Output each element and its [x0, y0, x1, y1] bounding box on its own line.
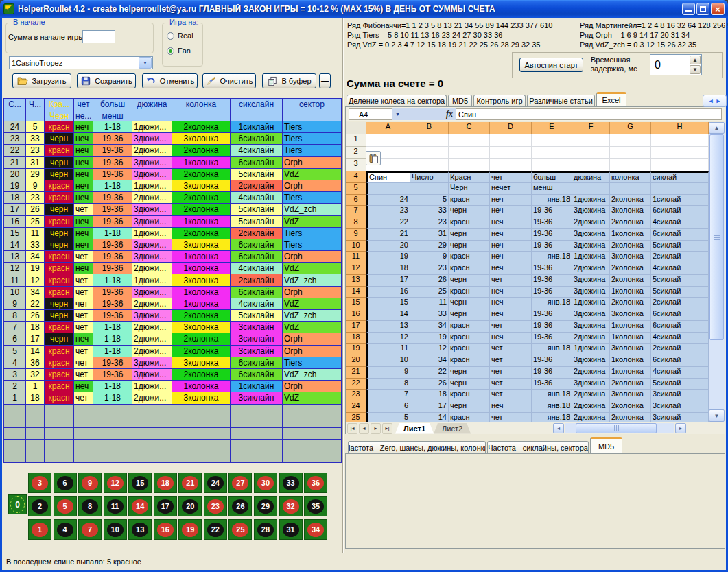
excel-cell-A12[interactable]: 18: [366, 263, 410, 275]
excel-cell-B7[interactable]: 33: [410, 206, 449, 217]
excel-cell-C14[interactable]: красн: [449, 287, 490, 298]
excel-cell-C24[interactable]: черн: [449, 401, 490, 413]
excel-cell-E22[interactable]: 19-36: [532, 379, 572, 390]
excel-cell-B17[interactable]: 34: [410, 321, 449, 333]
roulette-number-11[interactable]: 11: [104, 496, 127, 516]
excel-row-header-16[interactable]: 16: [346, 309, 366, 321]
excel-cell-H3[interactable]: [651, 159, 709, 171]
excel-cell-E20[interactable]: 19-36: [532, 355, 572, 367]
roulette-number-4[interactable]: 4: [54, 519, 77, 540]
roulette-number-26[interactable]: 26: [228, 496, 252, 516]
roulette-number-16[interactable]: 16: [154, 519, 177, 540]
excel-cell-B5[interactable]: [410, 183, 449, 195]
excel-cell-D14[interactable]: неч: [490, 287, 532, 298]
excel-cell-D5[interactable]: нечет: [490, 183, 532, 195]
excel-cell-G25[interactable]: 2колонка: [610, 413, 651, 422]
maximize-button[interactable]: [696, 3, 709, 15]
excel-cell-D6[interactable]: неч: [490, 195, 532, 206]
excel-cell-F23[interactable]: 2дюжина: [572, 390, 610, 401]
excel-cell-C11[interactable]: красн: [449, 252, 490, 263]
roulette-number-24[interactable]: 24: [204, 473, 227, 493]
excel-cell-E13[interactable]: 19-36: [532, 275, 572, 287]
excel-cell-E23[interactable]: янв.18: [532, 390, 572, 401]
main-tab-5[interactable]: Excel: [596, 92, 626, 106]
excel-cell-B20[interactable]: 34: [410, 355, 449, 367]
sheet-tab-Лист2[interactable]: Лист2: [434, 423, 471, 434]
frequency-tab-1[interactable]: Частота - Zero, шансы, дюжины, колонки: [348, 441, 486, 453]
excel-row-header-7[interactable]: 7: [346, 206, 366, 217]
excel-cell-G6[interactable]: 2колонка: [610, 195, 651, 206]
excel-cell-G22[interactable]: 2колонка: [610, 379, 651, 390]
excel-row-header-1[interactable]: 1: [346, 134, 366, 147]
roulette-number-28[interactable]: 28: [254, 519, 277, 540]
roulette-number-18[interactable]: 18: [154, 473, 177, 493]
excel-cell-A24[interactable]: 6: [366, 401, 410, 413]
excel-cell-G23[interactable]: 3колонка: [610, 390, 651, 401]
excel-cell-F21[interactable]: 2дюжина: [572, 367, 610, 379]
excel-cell-C7[interactable]: черн: [449, 206, 490, 217]
h-scroll-track[interactable]: [565, 423, 674, 433]
excel-cell-G16[interactable]: 3колонка: [610, 309, 651, 321]
excel-cell-C21[interactable]: черн: [449, 367, 490, 379]
excel-cell-A25[interactable]: 5: [366, 413, 410, 422]
excel-cell-D11[interactable]: неч: [490, 252, 532, 263]
excel-col-header-E[interactable]: E: [532, 122, 572, 134]
roulette-number-6[interactable]: 6: [54, 473, 77, 493]
excel-row-header-3[interactable]: 3: [346, 159, 366, 171]
excel-cell-D15[interactable]: неч: [490, 298, 532, 309]
excel-cell-B13[interactable]: 26: [410, 275, 449, 287]
roulette-number-0[interactable]: 0: [8, 494, 27, 514]
excel-cell-E14[interactable]: 19-36: [532, 287, 572, 298]
excel-cell-F11[interactable]: 1дюжина: [572, 252, 610, 263]
excel-select-all-corner[interactable]: [346, 122, 366, 134]
h-scroll-thumb[interactable]: [576, 423, 657, 433]
roulette-number-32[interactable]: 32: [279, 496, 303, 516]
excel-cell-C8[interactable]: красн: [449, 217, 490, 229]
excel-cell-E4[interactable]: больш: [532, 171, 572, 183]
excel-cell-E5[interactable]: менш: [532, 183, 572, 195]
roulette-number-17[interactable]: 17: [154, 496, 177, 516]
excel-cell-E19[interactable]: янв.18: [532, 344, 572, 355]
casino-select[interactable]: 1CasinoTropez ▼: [9, 56, 153, 69]
excel-cell-E18[interactable]: 19-36: [532, 333, 572, 344]
excel-cell-B6[interactable]: 5: [410, 195, 449, 206]
roulette-number-34[interactable]: 34: [304, 519, 327, 540]
frequency-tab-2[interactable]: Частота - сиклайны, сектора: [487, 441, 589, 453]
excel-cell-F18[interactable]: 2дюжина: [572, 333, 610, 344]
excel-cell-H22[interactable]: 5сиклай: [651, 379, 709, 390]
name-box-dropdown-icon[interactable]: ▼: [395, 112, 400, 117]
toolbar-button-1[interactable]: Загрузить: [12, 73, 71, 88]
excel-cell-G21[interactable]: 1колонка: [610, 367, 651, 379]
excel-cell-A11[interactable]: 19: [366, 252, 410, 263]
excel-cell-B21[interactable]: 22: [410, 367, 449, 379]
excel-cell-B23[interactable]: 18: [410, 390, 449, 401]
excel-cell-B19[interactable]: 12: [410, 344, 449, 355]
minimize-button[interactable]: [682, 3, 695, 15]
h-scroll-right-button[interactable]: ▸: [675, 423, 686, 433]
toolbar-button-3[interactable]: Отменить: [142, 73, 198, 88]
excel-cell-H8[interactable]: 4сиклай: [651, 217, 709, 229]
excel-cell-B12[interactable]: 23: [410, 263, 449, 275]
roulette-number-8[interactable]: 8: [78, 496, 102, 516]
excel-col-header-D[interactable]: D: [490, 122, 532, 134]
excel-cell-G10[interactable]: 2колонка: [610, 241, 651, 252]
excel-row-header-17[interactable]: 17: [346, 321, 366, 333]
toolbar-button-4[interactable]: Очистить: [202, 73, 256, 88]
excel-cell-D4[interactable]: чет: [490, 171, 532, 183]
roulette-number-36[interactable]: 36: [304, 473, 327, 493]
excel-cell-B8[interactable]: 23: [410, 217, 449, 229]
excel-cell-G3[interactable]: [610, 159, 651, 171]
excel-cell-F14[interactable]: 3дюжина: [572, 287, 610, 298]
excel-cell-B2[interactable]: [410, 147, 449, 159]
excel-cell-H25[interactable]: 3сиклай: [651, 413, 709, 422]
excel-row-header-20[interactable]: 20: [346, 355, 366, 367]
excel-cell-E9[interactable]: 19-36: [532, 229, 572, 241]
roulette-number-10[interactable]: 10: [104, 519, 127, 540]
excel-cell-G4[interactable]: колонка: [610, 171, 651, 183]
excel-cell-G7[interactable]: 3колонка: [610, 206, 651, 217]
excel-cell-G19[interactable]: 3колонка: [610, 344, 651, 355]
excel-cell-G15[interactable]: 2колонка: [610, 298, 651, 309]
excel-cell-G2[interactable]: [610, 147, 651, 159]
excel-cell-A20[interactable]: 10: [366, 355, 410, 367]
excel-cell-H24[interactable]: 3сиклай: [651, 401, 709, 413]
